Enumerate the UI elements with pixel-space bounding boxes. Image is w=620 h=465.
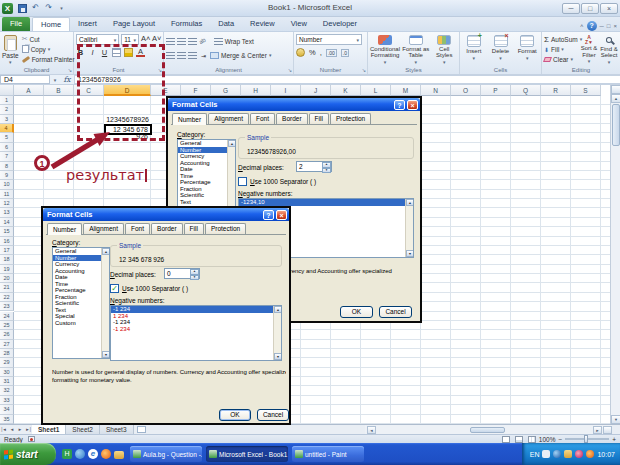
row-header-11[interactable]: 11 bbox=[0, 190, 14, 199]
decimal-places-spinner[interactable]: 0 ▲▼ bbox=[164, 268, 200, 279]
negative-number-item[interactable]: -1 234 bbox=[111, 326, 281, 333]
row-header-31[interactable]: 31 bbox=[0, 377, 14, 386]
cell-styles-button[interactable]: Cell Styles▾ bbox=[431, 34, 457, 65]
ok-button[interactable]: OK bbox=[219, 409, 251, 421]
delete-cells-button[interactable]: × Delete▾ bbox=[489, 34, 513, 65]
column-header-r[interactable]: R bbox=[541, 85, 571, 96]
dialog-close-icon[interactable]: × bbox=[407, 100, 418, 110]
dialog-close-icon[interactable]: × bbox=[276, 210, 287, 220]
column-header-c[interactable]: C bbox=[74, 85, 104, 96]
column-header-i[interactable]: I bbox=[271, 85, 301, 96]
clipboard-dialog-launcher-icon[interactable]: ↘ bbox=[68, 67, 72, 73]
find-select-button[interactable]: Find & Select▾ bbox=[600, 34, 618, 65]
scroll-split-handle[interactable] bbox=[611, 85, 620, 94]
indent-icon[interactable]: ⇥ bbox=[199, 52, 208, 59]
restore-button[interactable]: □ bbox=[581, 3, 599, 14]
name-box-dropdown-icon[interactable]: ▾ bbox=[50, 77, 60, 83]
borders-icon[interactable] bbox=[112, 48, 121, 57]
font-dialog-launcher-icon[interactable]: ↘ bbox=[158, 67, 162, 73]
cancel-button[interactable]: Cancel bbox=[379, 306, 412, 318]
row-header-8[interactable]: 8 bbox=[0, 162, 14, 171]
font-family-select[interactable]: Calibri▾ bbox=[76, 34, 119, 45]
ribbon-tab[interactable]: Formulas bbox=[163, 17, 210, 31]
number-format-select[interactable]: Number▾ bbox=[296, 34, 362, 45]
cut-button[interactable]: ✂Cut bbox=[22, 34, 75, 44]
row-header-27[interactable]: 27 bbox=[0, 340, 14, 349]
decrease-decimal-icon[interactable]: .0 bbox=[341, 49, 349, 57]
increase-decimal-icon[interactable]: .00 bbox=[326, 49, 337, 57]
column-header-m[interactable]: M bbox=[391, 85, 421, 96]
tray-keyboard-icon[interactable] bbox=[542, 450, 550, 458]
row-header-7[interactable]: 7 bbox=[0, 152, 14, 161]
macro-record-icon[interactable] bbox=[28, 436, 35, 442]
row-header-12[interactable]: 12 bbox=[0, 199, 14, 208]
paste-button[interactable]: Paste ▾ bbox=[2, 34, 19, 66]
column-header-j[interactable]: J bbox=[301, 85, 331, 96]
workbook-close-icon[interactable]: × bbox=[613, 23, 617, 29]
scroll-left-icon[interactable]: ◄ bbox=[367, 426, 376, 434]
list-scrollbar[interactable]: ▲▼ bbox=[273, 306, 281, 360]
select-all-corner[interactable] bbox=[0, 85, 14, 96]
column-header-g[interactable]: G bbox=[211, 85, 241, 96]
row-header-9[interactable]: 9 bbox=[0, 171, 14, 180]
dialog-title-bar[interactable]: Format Cells ? × bbox=[43, 208, 289, 221]
row-header-15[interactable]: 15 bbox=[0, 227, 14, 236]
insert-function-icon[interactable]: fx bbox=[60, 75, 74, 84]
column-header-l[interactable]: L bbox=[361, 85, 391, 96]
row-header-24[interactable]: 24 bbox=[0, 312, 14, 321]
dialog-help-icon[interactable]: ? bbox=[263, 210, 274, 220]
scrollbar-resize-grip[interactable] bbox=[603, 426, 612, 434]
row-header-1[interactable]: 1 bbox=[0, 96, 14, 105]
quick-launch-folder-icon[interactable] bbox=[114, 451, 124, 459]
close-button[interactable]: × bbox=[600, 3, 618, 14]
column-header-f[interactable]: F bbox=[181, 85, 211, 96]
row-header-25[interactable]: 25 bbox=[0, 321, 14, 330]
format-cells-button[interactable]: Format▾ bbox=[515, 34, 539, 65]
fill-button[interactable]: ⬇Fill▾ bbox=[544, 44, 578, 54]
bold-button[interactable]: B bbox=[76, 48, 85, 57]
ribbon-tab[interactable]: View bbox=[283, 17, 315, 31]
font-color-icon[interactable]: A bbox=[136, 47, 145, 57]
first-sheet-icon[interactable]: |◄ bbox=[0, 427, 8, 432]
row-header-22[interactable]: 22 bbox=[0, 293, 14, 302]
italic-button[interactable]: I bbox=[88, 48, 97, 57]
quick-launch-browser-icon[interactable] bbox=[75, 449, 85, 459]
insert-cells-button[interactable]: + Insert▾ bbox=[462, 34, 486, 65]
underline-button[interactable]: U bbox=[100, 48, 109, 57]
row-header-20[interactable]: 20 bbox=[0, 274, 14, 283]
row-header-14[interactable]: 14 bbox=[0, 218, 14, 227]
ribbon-tab[interactable]: File bbox=[2, 17, 30, 31]
scroll-right-icon[interactable]: ► bbox=[593, 426, 602, 434]
ribbon-collapse-icon[interactable]: ˄ bbox=[580, 23, 584, 29]
column-header-n[interactable]: N bbox=[421, 85, 451, 96]
cancel-button[interactable]: Cancel bbox=[257, 409, 289, 421]
align-left-icon[interactable] bbox=[166, 52, 175, 59]
row-header-30[interactable]: 30 bbox=[0, 368, 14, 377]
sheet-tab[interactable]: Sheet3 bbox=[100, 425, 134, 435]
dialog-help-icon[interactable]: ? bbox=[394, 100, 405, 110]
cell-d4[interactable]: 12 345 678 926 bbox=[104, 124, 152, 135]
scroll-down-icon[interactable]: ▼ bbox=[611, 415, 620, 424]
negative-numbers-list[interactable]: ▲▼ -1 2341 234-1 234-1 234 bbox=[110, 305, 282, 361]
dialog-tab[interactable]: Number bbox=[172, 113, 207, 125]
last-sheet-icon[interactable]: ►| bbox=[24, 427, 32, 432]
sort-filter-button[interactable]: AZ▼ Sort & Filter▾ bbox=[580, 34, 598, 65]
scroll-up-icon[interactable]: ▲ bbox=[611, 94, 620, 103]
row-header-23[interactable]: 23 bbox=[0, 302, 14, 311]
column-header-p[interactable]: P bbox=[481, 85, 511, 96]
align-bottom-icon[interactable] bbox=[188, 38, 197, 45]
row-header-21[interactable]: 21 bbox=[0, 283, 14, 292]
next-sheet-icon[interactable]: ► bbox=[16, 427, 24, 432]
autosum-button[interactable]: ΣAutoSum▾ bbox=[544, 34, 578, 44]
align-right-icon[interactable] bbox=[188, 52, 197, 59]
minimize-button[interactable]: ─ bbox=[562, 3, 580, 14]
column-header-o[interactable]: O bbox=[451, 85, 481, 96]
quick-launch-h-icon[interactable]: H bbox=[62, 449, 72, 459]
align-center-icon[interactable] bbox=[177, 52, 186, 59]
previous-sheet-icon[interactable]: ◄ bbox=[8, 427, 16, 432]
name-box[interactable]: D4 bbox=[0, 75, 50, 84]
tray-messenger-icon[interactable] bbox=[575, 450, 583, 458]
alignment-dialog-launcher-icon[interactable]: ↘ bbox=[288, 67, 292, 73]
ribbon-tab[interactable]: Review bbox=[242, 17, 283, 31]
normal-view-icon[interactable] bbox=[502, 436, 510, 443]
